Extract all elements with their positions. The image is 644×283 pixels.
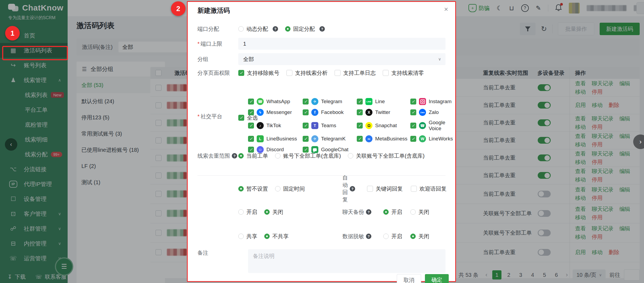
checkbox-box — [238, 115, 244, 121]
platform-checkbox[interactable] — [357, 109, 363, 115]
radio-option[interactable]: 开启 — [383, 208, 402, 216]
radio-option[interactable]: 关联账号下全部工单(含底库) — [348, 152, 424, 160]
platform-checkbox[interactable] — [410, 136, 416, 142]
platform-option[interactable]: Instagram — [410, 98, 453, 105]
snapchat-icon: Ω — [365, 122, 372, 129]
modal-footer: 取消 确定 — [397, 274, 449, 283]
help-icon[interactable]: ? — [232, 153, 237, 159]
radio-option[interactable]: 固定分配? — [285, 25, 325, 33]
field-label-text: 备注 — [197, 249, 208, 257]
platform-checkbox[interactable] — [248, 99, 254, 105]
checkbox-option[interactable]: 支持工单日志 — [335, 69, 376, 77]
platform-option[interactable]: ✈Telegram — [303, 98, 357, 105]
close-icon[interactable]: × — [444, 5, 448, 14]
remark-textarea[interactable]: 备注说明 — [248, 249, 445, 273]
radio-option[interactable]: 开启 — [238, 208, 257, 216]
platform-checkbox[interactable] — [357, 123, 363, 129]
line-icon: LINE — [365, 98, 372, 105]
radio-option[interactable]: 开启 — [383, 233, 402, 240]
checkbox-box — [248, 99, 254, 105]
platform-checkbox[interactable] — [303, 136, 309, 142]
platform-option[interactable]: XTwitter — [357, 109, 410, 116]
whatsapp-icon: ☎ — [257, 98, 264, 105]
platform-name: Messenger — [266, 109, 292, 115]
platform-checkbox[interactable] — [303, 109, 309, 115]
checkbox-label: 支持移除账号 — [247, 69, 279, 77]
checkbox-label: 支持工单日志 — [343, 69, 376, 77]
field-label-text: 分享页面权限 — [197, 69, 230, 77]
radio-label: 开启 — [246, 208, 257, 216]
radio-option[interactable]: 当前工单 — [238, 152, 268, 160]
radio-label: 共享 — [246, 233, 257, 240]
zalo-icon: Zalo — [419, 109, 426, 116]
group-select[interactable]: 全部∨ — [238, 53, 445, 65]
help-icon[interactable]: ? — [366, 209, 371, 215]
platform-checkbox[interactable] — [248, 136, 254, 142]
line-works-icon: W — [419, 135, 426, 142]
port-limit-input[interactable]: 1 — [238, 38, 445, 50]
platform-option[interactable]: LINELine — [357, 98, 410, 105]
platform-checkbox[interactable] — [410, 123, 416, 129]
platform-option[interactable]: ☎WhatsApp — [248, 98, 303, 105]
platform-option[interactable]: LLineBusiness — [248, 135, 303, 142]
platform-checkbox[interactable] — [410, 99, 416, 105]
radio-label: 关闭 — [418, 208, 429, 216]
platform-option[interactable]: ☎Google Voice — [410, 120, 453, 132]
platform-checkbox[interactable] — [410, 109, 416, 115]
platform-option[interactable]: WLineWorks — [410, 135, 453, 142]
platform-option[interactable]: ZaloZalo — [410, 109, 453, 116]
confirm-button[interactable]: 确定 — [425, 274, 449, 283]
checkbox-option[interactable]: 欢迎语回复 — [411, 185, 447, 193]
checkbox-box — [248, 136, 254, 142]
radio-option[interactable]: 共享 — [238, 233, 257, 240]
platform-checkbox[interactable] — [303, 123, 309, 129]
radio-option[interactable]: 账号下全部工单(含底库) — [275, 152, 341, 160]
checkbox-box — [411, 186, 417, 192]
radio-dot — [275, 186, 280, 191]
checkbox-box — [303, 99, 309, 105]
platform-option[interactable]: ϟMessenger — [248, 109, 303, 116]
checkbox-option[interactable]: 支持线索清零 — [383, 69, 424, 77]
checkbox-box — [357, 99, 363, 105]
radio-option[interactable]: 不共享 — [264, 233, 289, 240]
field-label-text: 端口上限 — [201, 40, 222, 48]
platform-checkbox[interactable] — [303, 99, 309, 105]
help-icon[interactable]: ? — [350, 186, 355, 191]
platform-name: LineBusiness — [266, 136, 297, 142]
platform-option[interactable]: fFacebook — [303, 109, 357, 116]
radio-option[interactable]: 固定时间 — [275, 185, 305, 193]
radio-dot — [238, 26, 244, 32]
radio-option[interactable]: 动态分配? — [238, 25, 278, 33]
radio-option[interactable]: 暂不设置 — [238, 185, 268, 193]
platform-checkbox[interactable] — [248, 123, 254, 129]
help-icon[interactable]: ? — [273, 26, 278, 32]
help-icon[interactable]: ? — [319, 26, 325, 32]
form-row-分组: 分组全部∨ — [197, 53, 445, 65]
modal-title: 新建激活码 — [197, 6, 230, 15]
radio-option[interactable]: 关闭 — [410, 233, 429, 240]
radio-option[interactable]: 关闭 — [410, 208, 429, 216]
platform-option[interactable]: ΩSnapchat — [357, 120, 410, 132]
platform-option[interactable]: ∞MetaBusiness — [357, 135, 410, 142]
checkbox-option[interactable]: 支持线索分析 — [286, 69, 328, 77]
field-label: 分组 — [197, 56, 238, 63]
checkbox-box — [335, 70, 341, 76]
platform-name: Instagram — [429, 99, 451, 105]
platform-checkbox[interactable] — [248, 109, 254, 115]
radio-dot — [238, 234, 244, 239]
platform-name: Twitter — [375, 109, 390, 115]
platform-option[interactable]: TTeams — [303, 120, 357, 132]
platform-option[interactable]: ✈TelegramK — [303, 135, 357, 142]
radio-dot — [264, 234, 270, 239]
platform-name: MetaBusiness — [375, 136, 407, 142]
platform-option[interactable]: ♪TikTok — [248, 120, 303, 132]
cancel-button[interactable]: 取消 — [397, 274, 421, 283]
help-icon[interactable]: ? — [366, 234, 371, 239]
radio-option[interactable]: 关闭 — [264, 208, 283, 216]
checkbox-option[interactable]: 关键词回复 — [367, 185, 403, 193]
platform-checkbox[interactable] — [357, 99, 363, 105]
platform-grid: ☎WhatsApp✈TelegramLINELineInstagramϟMess… — [248, 98, 440, 153]
radio-dot — [238, 153, 244, 159]
platform-checkbox[interactable] — [357, 136, 363, 142]
checkbox-option[interactable]: 支持移除账号 — [238, 69, 279, 77]
